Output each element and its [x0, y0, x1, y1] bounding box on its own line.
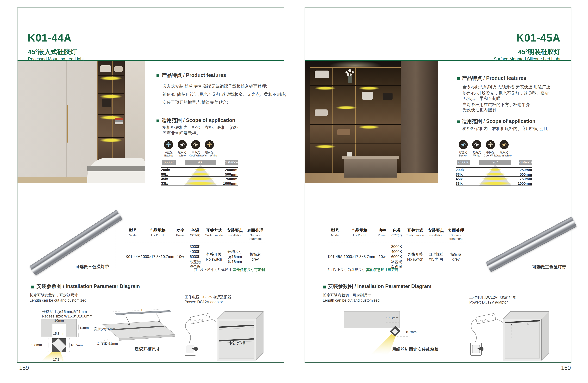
icon-label-en: Warm White: [494, 154, 515, 157]
photo-detail-light: [100, 138, 122, 142]
cell-size: 1000×17.8×8.7mm: [343, 253, 376, 261]
strip-caption: 可选做三色温灯带: [73, 264, 112, 269]
beam-ellipse: [481, 177, 509, 180]
light-color-icon-warmwhite: [205, 140, 214, 149]
section-divider: [307, 275, 569, 275]
recess-size-en: Recess size: W16.8*D10.8mm: [42, 314, 93, 318]
features-heading-text: 产品特点 / Product features: [162, 72, 226, 78]
distance-value: 750mm: [225, 177, 237, 181]
scope-heading-text: 适用范围 / Scope of application: [162, 117, 235, 123]
dim-16mm: 16mm: [52, 318, 66, 322]
photo-detail-flower: [350, 74, 352, 76]
photo-detail-handle: [67, 105, 68, 143]
feature-line: 斜角45°防炫目设计,见光不见灯,迷你型极窄、无光点、柔和不刺眼;: [162, 92, 286, 97]
section-bullet: [31, 286, 34, 288]
groove-width-label: 宽度(W)16mm: [88, 327, 116, 331]
chart-line: [161, 167, 238, 168]
dim-17.8mm: 17.8mm: [386, 316, 399, 320]
photo-detail: [66, 61, 66, 183]
photo-detail-flower: [352, 71, 354, 74]
sun-icon: [179, 142, 185, 148]
col-header-cn: 功率: [376, 228, 388, 233]
col-header-cn: 功率: [174, 228, 187, 233]
photo-detail-light: [315, 145, 336, 148]
vertical-divider: [115, 218, 115, 271]
cell-surface: 极简灰grey: [246, 250, 265, 263]
spec-table-header: 型号Model 产品规格L x D x H 功率Power 色温CCT(K) 开…: [125, 226, 265, 243]
sun-icon: [460, 142, 466, 148]
col-header-en: Installation: [225, 233, 246, 237]
spec-table: 型号Model 产品规格L x D x H 功率Power 色温CCT(K) 开…: [328, 226, 466, 271]
feature-line: 全系标配无氧铜线,无须开槽,安装便捷,用途广泛;: [462, 84, 552, 90]
photo-detail-shelf: [310, 144, 401, 144]
recess-size-cn: 开槽尺寸:宽16mm,深11mm: [42, 309, 87, 314]
photo-detail-island: [344, 159, 398, 177]
section-bullet: [457, 77, 460, 80]
distance-value: 1000mm: [518, 181, 532, 186]
cell-model: K01-44A: [125, 253, 141, 261]
photo-detail-vase: [347, 152, 352, 156]
col-header-cn: 型号: [125, 228, 141, 233]
lux-value: 33lx: [161, 181, 168, 186]
col-header-cn: 产品规格: [141, 228, 174, 233]
light-color-icon-iceblue: [164, 140, 173, 149]
lux-value: 45lx: [161, 177, 168, 181]
dim-9.8mm: 9.8mm: [31, 343, 42, 347]
scope-heading-text: 适用范围 / Scope of application: [462, 118, 535, 124]
groove-caption: 建议开槽尺寸: [128, 346, 167, 352]
col-header-cn: 开关方式: [204, 228, 225, 233]
distance-value: 250mm: [520, 168, 532, 172]
photo-detail-light: [315, 86, 336, 90]
scope-line: 橱柜柜底柜内、衣柜柜底柜内、商用空间照明。: [462, 126, 551, 132]
sun-icon: [193, 142, 199, 148]
beam-ellipse: [184, 181, 217, 185]
photo-detail-clothes: [115, 122, 123, 124]
length-label: L: [141, 308, 143, 312]
beam-ellipse: [489, 168, 501, 171]
col-header-en: Model: [125, 233, 141, 237]
dim-15.8mm: 15.8mm: [52, 332, 66, 335]
scope-line: 橱柜柜底柜内、柜沿、衣柜、高柜、酒柜: [162, 125, 238, 130]
col-header-cn: 型号: [328, 228, 343, 233]
col-header-en: L x D x H: [141, 233, 174, 237]
cell-cct: 3000K4000K6000K冰蓝光双色温: [187, 243, 203, 271]
features-heading-text: 产品特点 / Product features: [462, 75, 526, 81]
distance-bar: distance: [519, 160, 532, 165]
distance-value: 500mm: [520, 172, 532, 177]
dim-10.7mm: 10.7mm: [70, 343, 83, 347]
feature-line: 安装于预开的槽里,与槽边完美贴合;: [162, 99, 228, 105]
sun-icon: [166, 142, 171, 148]
col-header-en: Power: [376, 233, 388, 237]
profile-image-area: [22, 218, 123, 266]
sun-icon: [207, 142, 212, 148]
light-color-icon-white: [178, 140, 187, 149]
dim-17.8mm: 17.8mm: [52, 358, 66, 362]
feature-line: 光效便往柜内照射;: [462, 107, 497, 113]
photo-detail-clothes: [115, 118, 123, 120]
col-header-en: CCT(K): [388, 233, 405, 237]
photo-detail-shelf: [98, 93, 124, 94]
page-number-right: 160: [532, 364, 571, 371]
spec-table: 型号Model 产品规格L x D x H 功率Power 色温CCT(K) 开…: [125, 226, 265, 271]
cell-install: 自攻螺丝固定即可: [426, 250, 446, 263]
section-bullet: [156, 119, 159, 122]
beam-ellipse: [478, 181, 512, 185]
col-header-cn: 色温: [388, 228, 405, 233]
feature-line: 斜角45°硅胶柔光，见光不见灯，迷你型、极窄: [462, 91, 549, 96]
cell-cct: 3000K4000K6000K冰蓝光双色温: [388, 243, 405, 271]
sun-icon: [501, 142, 507, 148]
photo-detail-pillow: [315, 71, 329, 78]
photo-detail-item: [315, 110, 328, 116]
section-bullet: [323, 286, 326, 288]
section-bullet: [457, 120, 460, 123]
strip-caption: 可选做三色温灯带: [529, 264, 569, 270]
light-color-icon-warmwhite: [500, 140, 509, 149]
feature-line: 无光点、柔和不刺眼;: [462, 96, 502, 101]
col-header-en: L x D x H: [343, 233, 376, 237]
photo-detail-light: [100, 94, 122, 98]
photo-detail-shelf: [98, 114, 124, 115]
photo-detail-blanket: [87, 166, 145, 172]
photo-detail-flower: [348, 69, 351, 72]
install-heading-text: 安装参数图 / Installation Parameter Diagram: [328, 284, 431, 289]
photo-detail-shelf: [98, 137, 124, 138]
